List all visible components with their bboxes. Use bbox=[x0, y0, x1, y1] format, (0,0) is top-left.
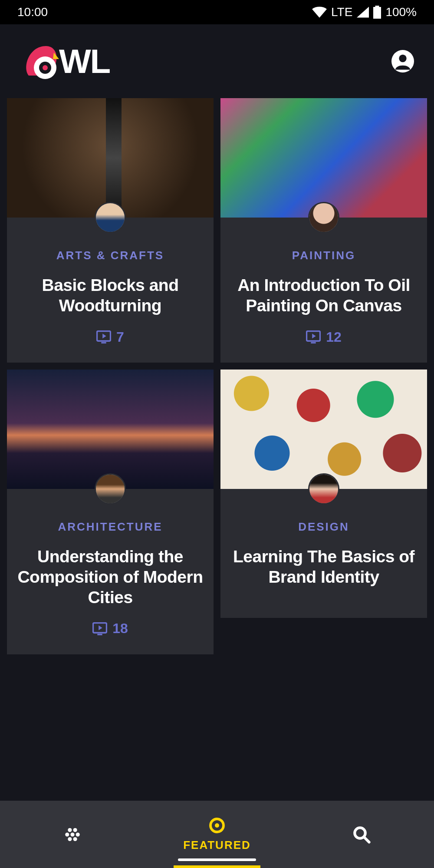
svg-point-6 bbox=[399, 55, 406, 62]
lesson-count-value: 7 bbox=[116, 329, 124, 345]
battery-label: 100% bbox=[385, 5, 417, 19]
person-circle-icon bbox=[391, 50, 414, 73]
course-image bbox=[220, 98, 427, 218]
svg-point-18 bbox=[68, 837, 72, 841]
instructor-avatar[interactable] bbox=[308, 473, 339, 505]
course-title: An Introduction To Oil Painting On Canva… bbox=[231, 275, 417, 316]
course-card[interactable]: ARTS & CRAFTS Basic Blocks and Woodturni… bbox=[7, 98, 214, 363]
nav-search[interactable] bbox=[289, 801, 434, 868]
course-image bbox=[7, 370, 214, 489]
svg-point-14 bbox=[70, 832, 74, 836]
home-indicator[interactable] bbox=[178, 858, 256, 861]
course-image bbox=[220, 370, 427, 489]
battery-icon bbox=[373, 6, 381, 19]
instructor-avatar[interactable] bbox=[95, 473, 126, 505]
svg-point-21 bbox=[215, 823, 219, 828]
course-category: PAINTING bbox=[231, 249, 417, 262]
lesson-count-value: 18 bbox=[112, 620, 128, 637]
grid-column-left: ARTS & CRAFTS Basic Blocks and Woodturni… bbox=[7, 98, 214, 654]
cell-signal-icon bbox=[357, 7, 369, 18]
wifi-icon bbox=[312, 7, 327, 18]
status-indicators: LTE 100% bbox=[312, 5, 417, 19]
status-bar: 10:00 LTE 100% bbox=[0, 0, 434, 24]
svg-rect-0 bbox=[373, 7, 381, 19]
course-category: DESIGN bbox=[231, 520, 417, 534]
play-monitor-icon bbox=[96, 330, 111, 343]
course-card[interactable]: ARCHITECTURE Understanding the Compositi… bbox=[7, 370, 214, 654]
course-title: Basic Blocks and Woodturning bbox=[17, 275, 203, 316]
course-grid: ARTS & CRAFTS Basic Blocks and Woodturni… bbox=[0, 98, 434, 654]
svg-point-19 bbox=[73, 837, 77, 841]
profile-button[interactable] bbox=[391, 50, 414, 73]
svg-point-4 bbox=[43, 65, 48, 70]
course-hero bbox=[7, 370, 214, 489]
course-hero bbox=[220, 98, 427, 218]
grid-dots-icon bbox=[63, 825, 82, 844]
course-hero bbox=[7, 98, 214, 218]
svg-point-13 bbox=[65, 832, 69, 836]
target-icon bbox=[208, 817, 226, 834]
course-card[interactable]: PAINTING An Introduction To Oil Painting… bbox=[220, 98, 427, 363]
lesson-count: 12 bbox=[306, 329, 342, 345]
grid-column-right: PAINTING An Introduction To Oil Painting… bbox=[220, 98, 427, 654]
course-title: Learning The Basics of Brand Identity bbox=[231, 547, 417, 587]
network-label: LTE bbox=[331, 5, 352, 19]
nav-featured[interactable]: FEATURED bbox=[145, 801, 289, 868]
nav-featured-label: FEATURED bbox=[183, 838, 251, 852]
course-category: ARCHITECTURE bbox=[17, 520, 203, 534]
course-card[interactable]: DESIGN Learning The Basics of Brand Iden… bbox=[220, 370, 427, 618]
svg-point-16 bbox=[68, 828, 72, 832]
nav-my-courses[interactable] bbox=[0, 801, 145, 868]
lesson-count: 18 bbox=[92, 620, 128, 637]
course-title: Understanding the Composition of Modern … bbox=[17, 547, 203, 607]
lesson-count: 7 bbox=[96, 329, 124, 345]
owl-logo-icon bbox=[20, 42, 63, 81]
play-monitor-icon bbox=[306, 330, 321, 343]
search-icon bbox=[352, 825, 371, 844]
svg-point-17 bbox=[73, 828, 77, 832]
svg-rect-1 bbox=[375, 6, 379, 7]
status-time: 10:00 bbox=[17, 5, 48, 19]
instructor-avatar[interactable] bbox=[95, 202, 126, 233]
lesson-count-value: 12 bbox=[326, 329, 342, 345]
brand-text: WL bbox=[59, 42, 110, 81]
svg-line-23 bbox=[364, 837, 369, 842]
course-hero bbox=[220, 370, 427, 489]
bottom-nav: FEATURED bbox=[0, 801, 434, 868]
app-header: WL bbox=[0, 24, 434, 98]
course-image bbox=[7, 98, 214, 218]
app-logo[interactable]: WL bbox=[20, 42, 110, 81]
svg-point-15 bbox=[76, 832, 79, 836]
instructor-avatar[interactable] bbox=[308, 202, 339, 233]
course-category: ARTS & CRAFTS bbox=[17, 249, 203, 262]
play-monitor-icon bbox=[92, 622, 107, 635]
